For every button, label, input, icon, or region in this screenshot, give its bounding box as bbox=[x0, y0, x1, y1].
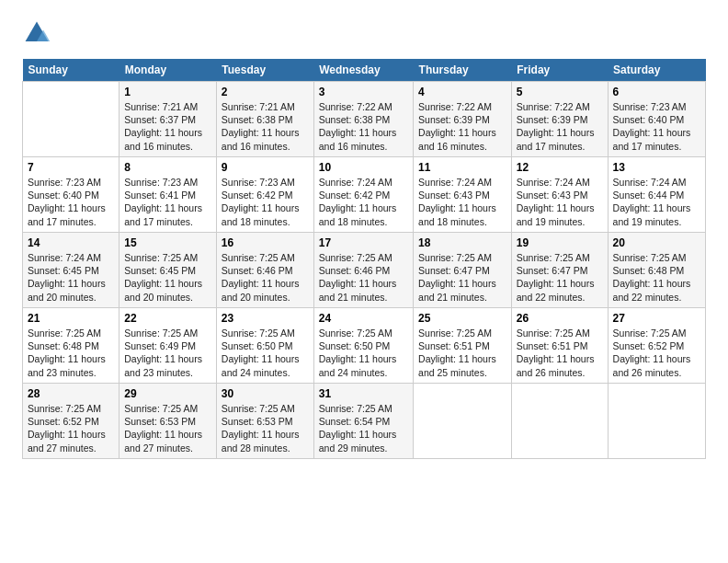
day-cell: 26Sunrise: 7:25 AMSunset: 6:51 PMDayligh… bbox=[511, 308, 608, 384]
day-number: 3 bbox=[319, 86, 408, 98]
column-header-tuesday: Tuesday bbox=[216, 59, 313, 82]
day-cell bbox=[511, 384, 608, 459]
day-number: 8 bbox=[124, 161, 211, 174]
day-info: Sunrise: 7:25 AMSunset: 6:52 PMDaylight:… bbox=[28, 402, 114, 454]
day-info: Sunrise: 7:25 AMSunset: 6:50 PMDaylight:… bbox=[222, 327, 309, 379]
day-info: Sunrise: 7:25 AMSunset: 6:48 PMDaylight:… bbox=[28, 327, 114, 379]
day-info: Sunrise: 7:23 AMSunset: 6:41 PMDaylight:… bbox=[124, 176, 211, 228]
column-header-friday: Friday bbox=[511, 59, 608, 82]
day-number: 5 bbox=[517, 86, 603, 98]
column-header-wednesday: Wednesday bbox=[313, 59, 413, 82]
day-cell: 3Sunrise: 7:22 AMSunset: 6:38 PMDaylight… bbox=[313, 82, 413, 157]
day-cell: 10Sunrise: 7:24 AMSunset: 6:42 PMDayligh… bbox=[313, 157, 413, 233]
day-info: Sunrise: 7:25 AMSunset: 6:53 PMDaylight:… bbox=[124, 402, 211, 454]
day-cell: 27Sunrise: 7:25 AMSunset: 6:52 PMDayligh… bbox=[608, 308, 705, 384]
day-cell: 15Sunrise: 7:25 AMSunset: 6:45 PMDayligh… bbox=[119, 233, 217, 308]
day-number: 12 bbox=[517, 161, 603, 174]
day-info: Sunrise: 7:25 AMSunset: 6:53 PMDaylight:… bbox=[222, 402, 309, 454]
day-cell: 24Sunrise: 7:25 AMSunset: 6:50 PMDayligh… bbox=[313, 308, 413, 384]
day-cell: 13Sunrise: 7:24 AMSunset: 6:44 PMDayligh… bbox=[608, 157, 705, 233]
day-cell: 12Sunrise: 7:24 AMSunset: 6:43 PMDayligh… bbox=[511, 157, 608, 233]
day-info: Sunrise: 7:22 AMSunset: 6:38 PMDaylight:… bbox=[319, 100, 408, 153]
day-number: 31 bbox=[319, 387, 408, 400]
calendar-table: SundayMondayTuesdayWednesdayThursdayFrid… bbox=[22, 59, 706, 459]
day-info: Sunrise: 7:25 AMSunset: 6:54 PMDaylight:… bbox=[319, 402, 408, 454]
day-cell: 4Sunrise: 7:22 AMSunset: 6:39 PMDaylight… bbox=[414, 82, 512, 157]
day-info: Sunrise: 7:24 AMSunset: 6:44 PMDaylight:… bbox=[613, 176, 700, 228]
day-number: 7 bbox=[28, 161, 114, 174]
day-cell: 8Sunrise: 7:23 AMSunset: 6:41 PMDaylight… bbox=[119, 157, 217, 233]
day-cell: 2Sunrise: 7:21 AMSunset: 6:38 PMDaylight… bbox=[216, 82, 313, 157]
day-number: 26 bbox=[517, 312, 603, 325]
day-info: Sunrise: 7:25 AMSunset: 6:51 PMDaylight:… bbox=[517, 327, 603, 379]
day-number: 11 bbox=[418, 161, 506, 174]
day-number: 24 bbox=[319, 312, 408, 325]
day-info: Sunrise: 7:25 AMSunset: 6:51 PMDaylight:… bbox=[418, 327, 506, 379]
day-cell: 22Sunrise: 7:25 AMSunset: 6:49 PMDayligh… bbox=[119, 308, 217, 384]
day-number: 23 bbox=[222, 312, 309, 325]
day-cell: 1Sunrise: 7:21 AMSunset: 6:37 PMDaylight… bbox=[119, 82, 217, 157]
day-info: Sunrise: 7:25 AMSunset: 6:49 PMDaylight:… bbox=[124, 327, 211, 379]
day-cell bbox=[23, 82, 119, 157]
day-number: 14 bbox=[28, 236, 114, 249]
day-number: 28 bbox=[28, 387, 114, 400]
day-number: 17 bbox=[319, 236, 408, 249]
day-info: Sunrise: 7:23 AMSunset: 6:40 PMDaylight:… bbox=[28, 176, 114, 228]
day-info: Sunrise: 7:22 AMSunset: 6:39 PMDaylight:… bbox=[517, 100, 603, 153]
day-cell: 16Sunrise: 7:25 AMSunset: 6:46 PMDayligh… bbox=[216, 233, 313, 308]
day-info: Sunrise: 7:24 AMSunset: 6:45 PMDaylight:… bbox=[28, 251, 114, 304]
logo bbox=[22, 18, 55, 48]
day-info: Sunrise: 7:25 AMSunset: 6:48 PMDaylight:… bbox=[613, 251, 700, 304]
day-cell: 18Sunrise: 7:25 AMSunset: 6:47 PMDayligh… bbox=[414, 233, 512, 308]
day-info: Sunrise: 7:25 AMSunset: 6:46 PMDaylight:… bbox=[319, 251, 408, 304]
week-row-2: 7Sunrise: 7:23 AMSunset: 6:40 PMDaylight… bbox=[23, 157, 706, 233]
day-number: 22 bbox=[124, 312, 211, 325]
day-info: Sunrise: 7:21 AMSunset: 6:38 PMDaylight:… bbox=[222, 100, 309, 153]
day-info: Sunrise: 7:25 AMSunset: 6:52 PMDaylight:… bbox=[613, 327, 700, 379]
day-info: Sunrise: 7:24 AMSunset: 6:43 PMDaylight:… bbox=[418, 176, 506, 228]
day-cell: 19Sunrise: 7:25 AMSunset: 6:47 PMDayligh… bbox=[511, 233, 608, 308]
day-info: Sunrise: 7:21 AMSunset: 6:37 PMDaylight:… bbox=[124, 100, 211, 153]
day-cell: 11Sunrise: 7:24 AMSunset: 6:43 PMDayligh… bbox=[414, 157, 512, 233]
week-row-5: 28Sunrise: 7:25 AMSunset: 6:52 PMDayligh… bbox=[23, 384, 706, 459]
week-row-3: 14Sunrise: 7:24 AMSunset: 6:45 PMDayligh… bbox=[23, 233, 706, 308]
page: SundayMondayTuesdayWednesdayThursdayFrid… bbox=[0, 0, 728, 474]
header bbox=[22, 18, 706, 48]
week-row-4: 21Sunrise: 7:25 AMSunset: 6:48 PMDayligh… bbox=[23, 308, 706, 384]
day-cell: 17Sunrise: 7:25 AMSunset: 6:46 PMDayligh… bbox=[313, 233, 413, 308]
day-cell: 20Sunrise: 7:25 AMSunset: 6:48 PMDayligh… bbox=[608, 233, 705, 308]
day-number: 27 bbox=[613, 312, 700, 325]
day-cell: 21Sunrise: 7:25 AMSunset: 6:48 PMDayligh… bbox=[23, 308, 119, 384]
column-header-saturday: Saturday bbox=[608, 59, 705, 82]
day-cell: 28Sunrise: 7:25 AMSunset: 6:52 PMDayligh… bbox=[23, 384, 119, 459]
day-info: Sunrise: 7:22 AMSunset: 6:39 PMDaylight:… bbox=[418, 100, 506, 153]
day-cell: 23Sunrise: 7:25 AMSunset: 6:50 PMDayligh… bbox=[216, 308, 313, 384]
day-info: Sunrise: 7:25 AMSunset: 6:47 PMDaylight:… bbox=[517, 251, 603, 304]
day-number: 6 bbox=[613, 86, 700, 98]
day-info: Sunrise: 7:25 AMSunset: 6:46 PMDaylight:… bbox=[222, 251, 309, 304]
day-info: Sunrise: 7:24 AMSunset: 6:43 PMDaylight:… bbox=[517, 176, 603, 228]
day-cell: 25Sunrise: 7:25 AMSunset: 6:51 PMDayligh… bbox=[414, 308, 512, 384]
day-info: Sunrise: 7:23 AMSunset: 6:40 PMDaylight:… bbox=[613, 100, 700, 153]
day-cell: 9Sunrise: 7:23 AMSunset: 6:42 PMDaylight… bbox=[216, 157, 313, 233]
day-number: 16 bbox=[222, 236, 309, 249]
day-cell: 29Sunrise: 7:25 AMSunset: 6:53 PMDayligh… bbox=[119, 384, 217, 459]
day-number: 2 bbox=[222, 86, 309, 98]
day-number: 1 bbox=[124, 86, 211, 98]
day-info: Sunrise: 7:25 AMSunset: 6:50 PMDaylight:… bbox=[319, 327, 408, 379]
day-number: 29 bbox=[124, 387, 211, 400]
day-cell bbox=[414, 384, 512, 459]
day-number: 21 bbox=[28, 312, 114, 325]
day-number: 10 bbox=[319, 161, 408, 174]
day-info: Sunrise: 7:25 AMSunset: 6:47 PMDaylight:… bbox=[418, 251, 506, 304]
day-number: 19 bbox=[517, 236, 603, 249]
calendar-header-row: SundayMondayTuesdayWednesdayThursdayFrid… bbox=[23, 59, 706, 82]
day-number: 18 bbox=[418, 236, 506, 249]
column-header-thursday: Thursday bbox=[414, 59, 512, 82]
day-cell: 14Sunrise: 7:24 AMSunset: 6:45 PMDayligh… bbox=[23, 233, 119, 308]
day-cell: 7Sunrise: 7:23 AMSunset: 6:40 PMDaylight… bbox=[23, 157, 119, 233]
day-number: 13 bbox=[613, 161, 700, 174]
day-cell: 6Sunrise: 7:23 AMSunset: 6:40 PMDaylight… bbox=[608, 82, 705, 157]
day-info: Sunrise: 7:24 AMSunset: 6:42 PMDaylight:… bbox=[319, 176, 408, 228]
day-info: Sunrise: 7:25 AMSunset: 6:45 PMDaylight:… bbox=[124, 251, 211, 304]
